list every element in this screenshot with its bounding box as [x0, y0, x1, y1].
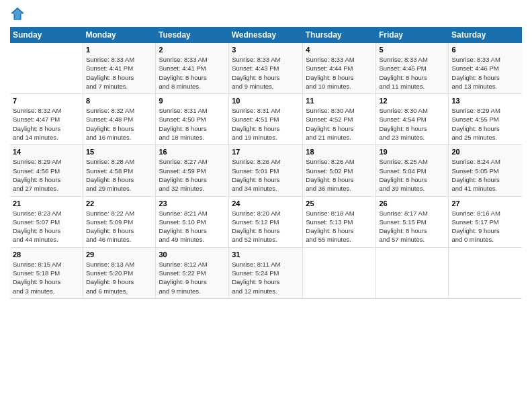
day-info: Sunrise: 8:13 AM Sunset: 5:20 PM Dayligh…	[86, 260, 153, 295]
day-number: 9	[159, 97, 226, 105]
day-info: Sunrise: 8:26 AM Sunset: 5:01 PM Dayligh…	[232, 157, 300, 193]
day-info: Sunrise: 8:32 AM Sunset: 4:48 PM Dayligh…	[86, 106, 153, 142]
main-container: SundayMondayTuesdayWednesdayThursdayFrid…	[0, 0, 532, 302]
calendar-cell: 11Sunrise: 8:30 AM Sunset: 4:52 PM Dayli…	[303, 94, 376, 145]
weekday-header-thursday: Thursday	[303, 27, 376, 43]
calendar-cell: 19Sunrise: 8:25 AM Sunset: 5:04 PM Dayli…	[376, 145, 449, 196]
calendar-cell: 13Sunrise: 8:29 AM Sunset: 4:55 PM Dayli…	[449, 94, 522, 145]
calendar-cell: 15Sunrise: 8:28 AM Sunset: 4:58 PM Dayli…	[83, 145, 156, 196]
day-info: Sunrise: 8:32 AM Sunset: 4:47 PM Dayligh…	[13, 106, 80, 142]
calendar-cell: 6Sunrise: 8:33 AM Sunset: 4:46 PM Daylig…	[449, 43, 522, 94]
calendar-cell: 18Sunrise: 8:26 AM Sunset: 5:02 PM Dayli…	[303, 145, 376, 196]
day-info: Sunrise: 8:12 AM Sunset: 5:22 PM Dayligh…	[159, 260, 226, 295]
calendar-cell: 9Sunrise: 8:31 AM Sunset: 4:50 PM Daylig…	[156, 94, 229, 145]
day-info: Sunrise: 8:23 AM Sunset: 5:07 PM Dayligh…	[13, 209, 80, 244]
day-number: 2	[159, 46, 226, 54]
svg-marker-1	[12, 9, 24, 19]
weekday-header-tuesday: Tuesday	[156, 27, 229, 43]
day-number: 27	[451, 199, 519, 208]
calendar-cell: 31Sunrise: 8:11 AM Sunset: 5:24 PM Dayli…	[229, 247, 303, 298]
day-number: 18	[306, 148, 373, 156]
day-info: Sunrise: 8:33 AM Sunset: 4:44 PM Dayligh…	[306, 55, 373, 91]
day-number: 4	[306, 46, 373, 54]
week-row-2: 7Sunrise: 8:32 AM Sunset: 4:47 PM Daylig…	[10, 94, 522, 145]
calendar-cell: 20Sunrise: 8:24 AM Sunset: 5:05 PM Dayli…	[449, 145, 522, 196]
day-number: 19	[379, 148, 445, 156]
day-info: Sunrise: 8:33 AM Sunset: 4:46 PM Dayligh…	[451, 55, 519, 91]
weekday-header-saturday: Saturday	[449, 27, 522, 43]
calendar-cell	[376, 247, 449, 298]
day-number: 13	[451, 97, 519, 105]
day-number: 8	[86, 97, 153, 105]
week-row-4: 21Sunrise: 8:23 AM Sunset: 5:07 PM Dayli…	[10, 196, 522, 247]
day-number: 17	[232, 148, 300, 156]
day-info: Sunrise: 8:27 AM Sunset: 4:59 PM Dayligh…	[159, 157, 226, 193]
weekday-header-monday: Monday	[83, 27, 156, 43]
day-info: Sunrise: 8:28 AM Sunset: 4:58 PM Dayligh…	[86, 157, 153, 193]
day-info: Sunrise: 8:30 AM Sunset: 4:52 PM Dayligh…	[306, 106, 373, 142]
calendar-cell: 28Sunrise: 8:15 AM Sunset: 5:18 PM Dayli…	[10, 247, 83, 298]
calendar-cell: 4Sunrise: 8:33 AM Sunset: 4:44 PM Daylig…	[303, 43, 376, 94]
day-info: Sunrise: 8:22 AM Sunset: 5:09 PM Dayligh…	[86, 209, 153, 244]
day-number: 30	[159, 250, 226, 259]
day-number: 5	[379, 46, 445, 54]
calendar-cell: 1Sunrise: 8:33 AM Sunset: 4:41 PM Daylig…	[83, 43, 156, 94]
logo	[10, 7, 28, 21]
calendar-cell: 29Sunrise: 8:13 AM Sunset: 5:20 PM Dayli…	[83, 247, 156, 298]
day-info: Sunrise: 8:29 AM Sunset: 4:55 PM Dayligh…	[451, 106, 519, 142]
calendar-cell: 12Sunrise: 8:30 AM Sunset: 4:54 PM Dayli…	[376, 94, 449, 145]
day-info: Sunrise: 8:24 AM Sunset: 5:05 PM Dayligh…	[451, 157, 519, 193]
calendar-cell	[303, 247, 376, 298]
calendar-cell: 3Sunrise: 8:33 AM Sunset: 4:43 PM Daylig…	[229, 43, 303, 94]
calendar-cell: 5Sunrise: 8:33 AM Sunset: 4:45 PM Daylig…	[376, 43, 449, 94]
day-info: Sunrise: 8:26 AM Sunset: 5:02 PM Dayligh…	[306, 157, 373, 193]
day-info: Sunrise: 8:21 AM Sunset: 5:10 PM Dayligh…	[159, 209, 226, 244]
day-info: Sunrise: 8:33 AM Sunset: 4:43 PM Dayligh…	[232, 55, 300, 91]
day-info: Sunrise: 8:20 AM Sunset: 5:12 PM Dayligh…	[232, 209, 300, 244]
day-number: 1	[86, 46, 153, 54]
day-number: 12	[379, 97, 445, 105]
day-number: 10	[232, 97, 300, 105]
calendar-cell: 22Sunrise: 8:22 AM Sunset: 5:09 PM Dayli…	[83, 196, 156, 247]
calendar-cell: 27Sunrise: 8:16 AM Sunset: 5:17 PM Dayli…	[449, 196, 522, 247]
calendar-cell: 10Sunrise: 8:31 AM Sunset: 4:51 PM Dayli…	[229, 94, 303, 145]
calendar-cell	[10, 43, 83, 94]
day-number: 16	[159, 148, 226, 156]
week-row-5: 28Sunrise: 8:15 AM Sunset: 5:18 PM Dayli…	[10, 247, 522, 298]
day-info: Sunrise: 8:11 AM Sunset: 5:24 PM Dayligh…	[232, 260, 300, 295]
day-number: 20	[451, 148, 519, 156]
weekday-header-row: SundayMondayTuesdayWednesdayThursdayFrid…	[10, 27, 522, 43]
day-number: 7	[13, 97, 80, 105]
calendar-cell: 8Sunrise: 8:32 AM Sunset: 4:48 PM Daylig…	[83, 94, 156, 145]
calendar-cell: 23Sunrise: 8:21 AM Sunset: 5:10 PM Dayli…	[156, 196, 229, 247]
day-number: 29	[86, 250, 153, 259]
calendar-cell: 26Sunrise: 8:17 AM Sunset: 5:15 PM Dayli…	[376, 196, 449, 247]
calendar-cell: 25Sunrise: 8:18 AM Sunset: 5:13 PM Dayli…	[303, 196, 376, 247]
week-row-1: 1Sunrise: 8:33 AM Sunset: 4:41 PM Daylig…	[10, 43, 522, 94]
logo-icon	[10, 7, 25, 21]
calendar-cell	[449, 247, 522, 298]
day-number: 23	[159, 199, 226, 208]
day-info: Sunrise: 8:33 AM Sunset: 4:41 PM Dayligh…	[159, 55, 226, 91]
day-number: 15	[86, 148, 153, 156]
calendar-cell: 16Sunrise: 8:27 AM Sunset: 4:59 PM Dayli…	[156, 145, 229, 196]
day-info: Sunrise: 8:29 AM Sunset: 4:56 PM Dayligh…	[13, 157, 80, 193]
day-info: Sunrise: 8:16 AM Sunset: 5:17 PM Dayligh…	[451, 209, 519, 244]
day-number: 28	[13, 250, 80, 259]
day-number: 14	[13, 148, 80, 156]
calendar-cell: 24Sunrise: 8:20 AM Sunset: 5:12 PM Dayli…	[229, 196, 303, 247]
day-info: Sunrise: 8:18 AM Sunset: 5:13 PM Dayligh…	[306, 209, 373, 244]
weekday-header-wednesday: Wednesday	[229, 27, 303, 43]
calendar-cell: 7Sunrise: 8:32 AM Sunset: 4:47 PM Daylig…	[10, 94, 83, 145]
calendar-table: SundayMondayTuesdayWednesdayThursdayFrid…	[10, 27, 522, 299]
weekday-header-friday: Friday	[376, 27, 449, 43]
day-info: Sunrise: 8:30 AM Sunset: 4:54 PM Dayligh…	[379, 106, 445, 142]
header	[10, 7, 522, 21]
day-number: 22	[86, 199, 153, 208]
day-number: 21	[13, 199, 80, 208]
calendar-cell: 17Sunrise: 8:26 AM Sunset: 5:01 PM Dayli…	[229, 145, 303, 196]
day-number: 25	[306, 199, 373, 208]
calendar-cell: 14Sunrise: 8:29 AM Sunset: 4:56 PM Dayli…	[10, 145, 83, 196]
day-info: Sunrise: 8:31 AM Sunset: 4:50 PM Dayligh…	[159, 106, 226, 142]
week-row-3: 14Sunrise: 8:29 AM Sunset: 4:56 PM Dayli…	[10, 145, 522, 196]
